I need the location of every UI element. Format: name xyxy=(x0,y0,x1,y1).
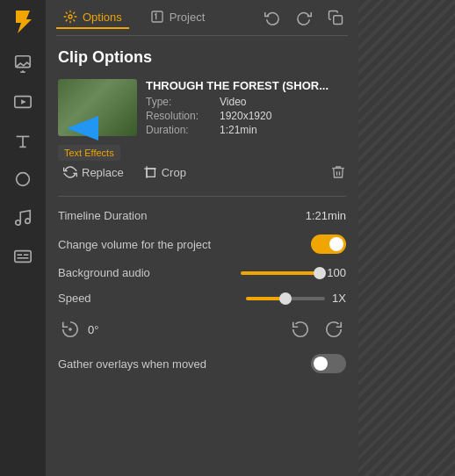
timeline-duration-value: 1:21min xyxy=(306,209,346,222)
content-area: Clip Options Text Effects THROUGH THE FO… xyxy=(46,36,358,476)
svg-marker-0 xyxy=(16,11,32,33)
undo-button[interactable] xyxy=(260,5,285,30)
svg-rect-19 xyxy=(147,169,155,177)
speed-knob[interactable] xyxy=(279,292,292,305)
svg-rect-12 xyxy=(15,251,31,263)
clip-meta: Type: Video Resolution: 1920x1920 Durati… xyxy=(146,96,346,136)
speed-value: 1X xyxy=(332,292,346,305)
sidebar-item-shape[interactable] xyxy=(5,162,40,197)
resolution-value: 1920x1920 xyxy=(220,110,346,122)
timeline-duration-row: Timeline Duration 1:21min xyxy=(58,209,346,222)
bg-audio-label: Background audio xyxy=(58,266,150,279)
copy-button[interactable] xyxy=(323,5,348,30)
rotation-value: 0° xyxy=(88,323,98,336)
tab-options[interactable]: Options xyxy=(56,6,129,29)
tab-options-label: Options xyxy=(83,11,122,24)
rotate-cw-button[interactable] xyxy=(321,317,346,342)
tab-project-label: Project xyxy=(170,11,205,24)
bg-audio-knob[interactable] xyxy=(314,267,326,279)
svg-point-16 xyxy=(69,15,72,18)
resolution-label: Resolution: xyxy=(146,110,216,122)
duration-label: Duration: xyxy=(146,124,216,136)
clip-name: THROUGH THE FOREST (SHOR... xyxy=(146,79,346,92)
tooltip-arrow xyxy=(67,116,98,143)
speed-row: Speed 1X xyxy=(58,292,346,305)
bg-audio-track[interactable] xyxy=(241,271,320,275)
header: Options Project xyxy=(46,0,358,35)
bg-audio-slider-container: 100 xyxy=(241,266,346,279)
bg-audio-value: 100 xyxy=(327,266,346,279)
right-panel xyxy=(358,0,455,476)
type-value: Video xyxy=(220,96,346,108)
type-label: Type: xyxy=(146,96,216,108)
sidebar-item-audio[interactable] xyxy=(5,200,40,235)
duration-value: 1:21min xyxy=(220,124,346,136)
svg-marker-18 xyxy=(67,116,98,141)
tab-group: Options Project xyxy=(56,6,212,29)
header-actions xyxy=(260,5,348,30)
app-logo xyxy=(9,7,37,35)
volume-toggle-knob xyxy=(329,237,343,251)
tooltip-label: Text Effects xyxy=(58,145,120,161)
tab-project[interactable]: Project xyxy=(143,6,212,29)
svg-point-11 xyxy=(25,219,31,224)
redo-button[interactable] xyxy=(292,5,316,30)
speed-label: Speed xyxy=(58,292,91,305)
trash-button[interactable] xyxy=(330,164,346,180)
rotation-left: 0° xyxy=(58,317,98,342)
crop-button[interactable]: Crop xyxy=(138,162,191,182)
gather-toggle[interactable] xyxy=(311,354,346,373)
volume-label: Change volume for the project xyxy=(58,238,211,251)
clip-card: Text Effects THROUGH THE FOREST (SHOR...… xyxy=(58,79,346,136)
rotation-right xyxy=(288,317,346,342)
speed-track[interactable] xyxy=(246,297,325,300)
sidebar-item-media[interactable] xyxy=(5,84,40,119)
gather-label: Gather overlays when moved xyxy=(58,357,206,371)
svg-point-20 xyxy=(69,328,72,331)
sidebar xyxy=(0,0,46,476)
gather-overlays-row: Gather overlays when moved xyxy=(58,354,346,373)
sidebar-item-upload[interactable] xyxy=(5,46,40,81)
speed-slider-container: 1X xyxy=(246,292,346,305)
svg-point-10 xyxy=(16,220,21,226)
volume-toggle[interactable] xyxy=(311,234,346,254)
bg-audio-row: Background audio 100 xyxy=(58,266,346,279)
sidebar-item-caption[interactable] xyxy=(5,239,40,274)
timeline-duration-label: Timeline Duration xyxy=(58,209,147,222)
action-divider xyxy=(58,196,346,197)
svg-marker-5 xyxy=(21,99,26,105)
rotate-ccw-button[interactable] xyxy=(288,317,313,342)
volume-row: Change volume for the project xyxy=(58,234,346,254)
clip-info: THROUGH THE FOREST (SHOR... Type: Video … xyxy=(146,79,346,136)
replace-label: Replace xyxy=(82,166,124,179)
page-title: Clip Options xyxy=(58,48,346,67)
replace-button[interactable]: Replace xyxy=(58,162,129,182)
bg-audio-fill xyxy=(241,271,320,275)
crop-label: Crop xyxy=(162,166,186,179)
svg-point-9 xyxy=(17,173,30,186)
main-panel: Options Project xyxy=(46,0,358,476)
gather-toggle-knob xyxy=(314,357,328,371)
rotation-icon xyxy=(58,317,83,342)
svg-rect-17 xyxy=(334,16,343,25)
sidebar-item-text[interactable] xyxy=(5,123,40,158)
rotation-row: 0° xyxy=(58,317,346,342)
action-row: Replace Crop xyxy=(58,162,346,182)
